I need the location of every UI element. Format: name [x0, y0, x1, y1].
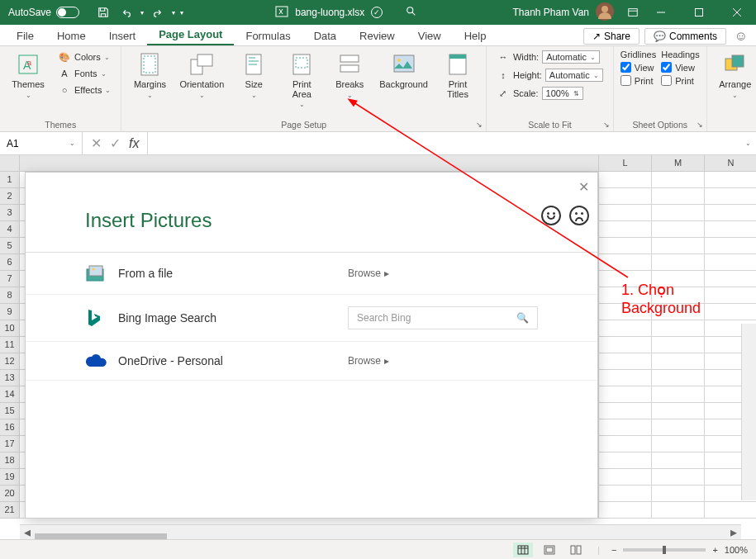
row-header[interactable]: 7 — [0, 271, 20, 287]
row-header[interactable]: 15 — [0, 403, 20, 419]
column-headers[interactable]: LMN — [20, 155, 756, 172]
cell[interactable] — [652, 436, 705, 452]
sheet-options-launcher[interactable]: ↘ — [695, 120, 705, 130]
cell[interactable] — [599, 188, 652, 205]
cell[interactable] — [599, 370, 652, 386]
scroll-left-icon[interactable]: ◂ — [20, 524, 35, 540]
select-all-corner[interactable] — [0, 155, 20, 172]
cell[interactable] — [652, 419, 705, 436]
onedrive-browse-button[interactable]: Browse ▸ — [348, 355, 538, 367]
cell[interactable] — [705, 221, 756, 238]
redo-dropdown-icon[interactable]: ▾ — [172, 9, 175, 17]
cell[interactable] — [599, 337, 652, 353]
height-combo[interactable]: Automatic⌄ — [545, 69, 603, 82]
maximize-button[interactable] — [680, 0, 718, 25]
cell[interactable] — [599, 502, 652, 519]
minimize-button[interactable] — [642, 0, 680, 25]
scale-spinner[interactable]: 100%⇅ — [542, 87, 583, 100]
cell[interactable] — [705, 238, 756, 254]
undo-dropdown-icon[interactable]: ▾ — [140, 9, 144, 17]
row-header[interactable]: 10 — [0, 320, 20, 337]
share-button[interactable]: ↗ Share — [583, 28, 640, 45]
name-box[interactable]: A1 ⌄ — [0, 132, 83, 154]
arrange-button[interactable]: Arrange⌄ — [714, 50, 756, 102]
column-header[interactable]: L — [599, 155, 652, 172]
cell[interactable] — [599, 172, 652, 188]
cell[interactable] — [652, 205, 705, 221]
cell[interactable] — [652, 386, 705, 403]
width-combo[interactable]: Automatic⌄ — [542, 50, 600, 64]
tab-data[interactable]: Data — [302, 26, 348, 45]
row-header[interactable]: 2 — [0, 188, 20, 205]
effects-button[interactable]: ○Effects ⌄ — [55, 83, 114, 97]
cell[interactable] — [652, 337, 705, 353]
cell[interactable] — [599, 205, 652, 221]
row-header[interactable]: 6 — [0, 254, 20, 271]
column-header[interactable] — [20, 155, 599, 172]
cancel-formula-icon[interactable]: ✕ — [91, 135, 102, 151]
accept-formula-icon[interactable]: ✓ — [110, 135, 121, 151]
tab-formulas[interactable]: Formulas — [234, 26, 302, 45]
normal-view-icon[interactable] — [513, 542, 533, 557]
cell[interactable] — [599, 221, 652, 238]
row-header[interactable]: 18 — [0, 452, 20, 469]
fonts-button[interactable]: AFonts ⌄ — [55, 66, 114, 81]
cell[interactable] — [652, 320, 705, 337]
cell[interactable] — [705, 287, 756, 304]
cell[interactable] — [652, 172, 705, 188]
zoom-slider[interactable] — [623, 548, 706, 552]
toggle-switch[interactable] — [56, 7, 79, 18]
bing-search-input[interactable]: Search Bing 🔍 — [348, 306, 538, 329]
column-header[interactable]: M — [652, 155, 705, 172]
save-icon[interactable] — [94, 3, 112, 21]
row-header[interactable]: 8 — [0, 287, 20, 304]
scale-launcher[interactable]: ↘ — [601, 120, 611, 130]
cell[interactable] — [599, 320, 652, 337]
tab-home[interactable]: Home — [45, 26, 97, 45]
row-header[interactable]: 21 — [0, 502, 20, 519]
feedback-smile-icon[interactable] — [541, 206, 561, 225]
search-icon[interactable] — [406, 6, 417, 20]
dialog-close-button[interactable]: ✕ — [578, 179, 589, 195]
row-header[interactable]: 5 — [0, 238, 20, 254]
cell[interactable] — [599, 436, 652, 452]
expand-formula-bar-icon[interactable]: ⌄ — [739, 132, 756, 154]
cell[interactable] — [705, 271, 756, 287]
cell[interactable] — [705, 188, 756, 205]
themes-button[interactable]: Aa Themes⌄ — [7, 50, 50, 102]
cell[interactable] — [705, 502, 756, 519]
cell[interactable] — [599, 386, 652, 403]
undo-icon[interactable] — [117, 3, 136, 21]
margins-button[interactable]: Margins⌄ — [128, 50, 171, 102]
column-header[interactable]: N — [705, 155, 756, 172]
cell[interactable] — [599, 254, 652, 271]
cell[interactable] — [599, 486, 652, 502]
cell[interactable] — [652, 502, 705, 519]
row-header[interactable]: 14 — [0, 386, 20, 403]
redo-icon[interactable] — [149, 3, 167, 21]
cell[interactable] — [599, 452, 652, 469]
cell[interactable] — [652, 469, 705, 486]
row-header[interactable]: 12 — [0, 353, 20, 370]
row-header[interactable]: 3 — [0, 205, 20, 221]
ribbon-display-icon[interactable] — [624, 3, 642, 21]
page-layout-view-icon[interactable] — [540, 542, 559, 557]
row-header[interactable]: 16 — [0, 419, 20, 436]
breaks-button[interactable]: Breaks⌄ — [328, 50, 371, 102]
row-header[interactable]: 19 — [0, 469, 20, 486]
formula-input[interactable] — [148, 132, 739, 154]
scroll-right-icon[interactable]: ▸ — [726, 524, 741, 540]
tab-page-layout[interactable]: Page Layout — [147, 25, 234, 45]
cell[interactable] — [599, 353, 652, 370]
cell[interactable] — [705, 172, 756, 188]
headings-print-checkbox[interactable]: Print — [661, 75, 699, 86]
tab-help[interactable]: Help — [453, 26, 498, 45]
cell[interactable] — [599, 469, 652, 486]
gridlines-print-checkbox[interactable]: Print — [620, 75, 656, 86]
gridlines-view-checkbox[interactable]: View — [620, 62, 656, 73]
cell[interactable] — [705, 254, 756, 271]
row-header[interactable]: 4 — [0, 221, 20, 238]
cell[interactable] — [652, 221, 705, 238]
row-header[interactable]: 9 — [0, 304, 20, 320]
row-header[interactable]: 1 — [0, 172, 20, 188]
